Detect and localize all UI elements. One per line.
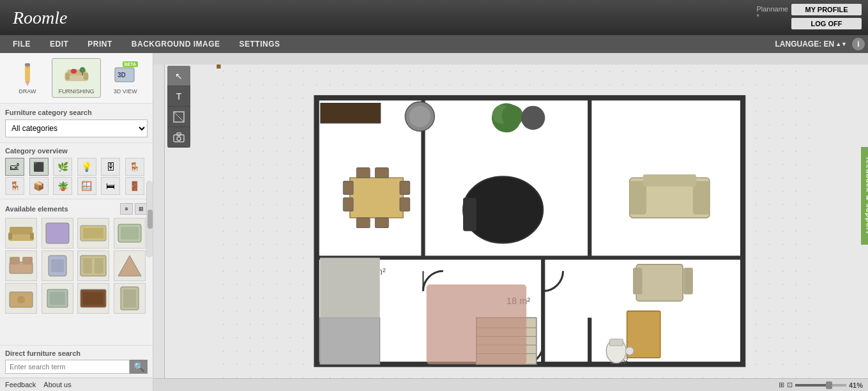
svg-rect-18 [46, 223, 69, 243]
menu-background-image[interactable]: BACKGROUND IMAGE [122, 35, 230, 53]
svg-point-44 [177, 137, 181, 141]
about-link[interactable]: About us [43, 381, 71, 388]
furniture-item[interactable] [5, 250, 37, 281]
cat-icon-2-4[interactable]: 🪟 [77, 177, 96, 195]
svg-rect-3 [26, 66, 29, 68]
svg-rect-93 [320, 318, 380, 364]
menu-edit[interactable]: EDIT [40, 35, 78, 53]
search-row: 🔍 [5, 360, 148, 374]
svg-point-91 [626, 347, 634, 355]
svg-rect-69 [217, 65, 220, 68]
svg-rect-80 [636, 264, 683, 301]
svg-rect-7 [83, 73, 88, 80]
svg-rect-25 [22, 257, 33, 264]
cat-icon-storage[interactable]: 🗄 [101, 158, 120, 176]
my-profile-button[interactable]: MY PROFILE [791, 4, 862, 15]
available-elements-section: Available elements ≡ ⊞ [0, 199, 153, 345]
svg-rect-10 [82, 73, 83, 75]
cat-icon-2-3[interactable]: 🪴 [53, 177, 72, 195]
category-select[interactable]: All categories Seating Tables Storage Be… [5, 119, 148, 137]
furniture-item[interactable] [77, 283, 109, 314]
cat-icon-tables[interactable]: ⬛ [29, 158, 49, 176]
svg-rect-37 [83, 292, 103, 305]
canvas-tools: ↖ T [167, 66, 190, 148]
cat-icon-2-2[interactable]: 📦 [29, 177, 49, 195]
left-panel: DRAW FURNI [0, 53, 153, 391]
svg-rect-30 [95, 258, 103, 273]
svg-rect-90 [610, 339, 623, 346]
menu-settings[interactable]: SETTINGS [230, 35, 290, 53]
tools-row: DRAW FURNI [0, 53, 153, 103]
furniture-item[interactable] [5, 283, 37, 314]
feedback-link[interactable]: Feedback [5, 381, 36, 388]
logo: Roomle [6, 8, 68, 28]
canvas-area[interactable]: // This runs inline, no ↖ T [153, 53, 868, 391]
svg-point-33 [17, 296, 25, 303]
zoom-slider[interactable] [795, 384, 846, 387]
canvas-tool-measure[interactable] [167, 107, 190, 127]
planname: Planname * [756, 5, 788, 20]
furniture-item[interactable] [114, 218, 146, 249]
canvas-tool-camera[interactable] [167, 127, 190, 148]
icon-grid: ⊞ [779, 381, 784, 389]
menu-file[interactable]: FILE [3, 35, 40, 53]
feedback-support-tab[interactable]: feedback & support [862, 147, 868, 245]
grid-view-button[interactable]: ⊞ [135, 203, 148, 215]
cat-icon-lamps[interactable]: 💡 [77, 158, 96, 176]
menubar: FILE EDIT PRINT BACKGROUND IMAGE SETTING… [0, 35, 868, 53]
tool-furnishing-label: FURNISHING [59, 88, 95, 95]
cat-icon-sofas[interactable]: 🛋 [5, 158, 24, 176]
svg-rect-77 [630, 181, 646, 215]
svg-rect-60 [400, 181, 410, 195]
tool-draw[interactable]: DRAW [3, 59, 52, 97]
furniture-item[interactable] [42, 250, 73, 281]
furniture-item[interactable] [5, 218, 37, 249]
svg-marker-1 [25, 81, 30, 86]
furniture-item[interactable] [42, 218, 73, 249]
overview-label: Category overview [5, 147, 148, 155]
category-overview-section: Category overview 🛋 ⬛ 🌿 💡 🗄 🪑 🪑 📦 🪴 🪟 🛏 … [0, 143, 153, 199]
furniture-item[interactable] [77, 218, 109, 249]
furniture-item[interactable] [77, 250, 109, 281]
menu-print[interactable]: PRINT [78, 35, 122, 53]
svg-rect-59 [343, 198, 353, 211]
search-input[interactable] [5, 360, 130, 374]
svg-marker-31 [118, 256, 141, 276]
zoom-value: 41% [849, 381, 863, 389]
svg-rect-65 [375, 218, 388, 228]
search-button[interactable]: 🔍 [130, 360, 148, 374]
svg-rect-81 [633, 268, 643, 295]
canvas-tool-select[interactable]: ↖ [167, 66, 190, 86]
icon-screen: ⊡ [787, 381, 793, 389]
ruler-top: // This runs inline, no [153, 53, 868, 65]
svg-rect-78 [693, 181, 710, 215]
ruler-left [153, 65, 165, 391]
floorplan-svg[interactable]: 25 m² 20 m² 26 m² 18 m² 3 m² [165, 65, 868, 391]
cat-icon-2-1[interactable]: 🪑 [5, 177, 24, 195]
search-section: Direct furniture search 🔍 [0, 345, 153, 378]
svg-rect-79 [643, 174, 696, 187]
category-icons-grid: 🛋 ⬛ 🌿 💡 🗄 🪑 🪑 📦 🪴 🪟 🛏 🚪 [5, 158, 148, 195]
zoom-area: ⊞ ⊡ 41% [779, 381, 863, 389]
svg-point-8 [70, 69, 76, 73]
svg-rect-94 [320, 257, 380, 318]
list-view-button[interactable]: ≡ [120, 203, 133, 215]
tool-furnishing[interactable]: FURNISHING [52, 58, 102, 98]
svg-rect-39 [123, 289, 136, 307]
furniture-item[interactable] [42, 283, 73, 314]
svg-point-9 [79, 67, 85, 73]
furniture-item[interactable] [114, 283, 146, 314]
cat-icon-2-5[interactable]: 🛏 [101, 177, 120, 195]
cat-icon-plants[interactable]: 🌿 [53, 158, 72, 176]
info-button[interactable]: i [852, 38, 865, 50]
language-selector[interactable]: LANGUAGE: EN ▲▼ [775, 40, 847, 49]
cat-icon-misc[interactable]: 🪑 [125, 158, 144, 176]
svg-rect-17 [30, 233, 34, 240]
log-off-button[interactable]: LOG OFF [791, 18, 862, 29]
svg-rect-61 [400, 198, 410, 211]
category-search-section: Furniture category search All categories… [0, 103, 153, 143]
cat-icon-2-6[interactable]: 🚪 [125, 177, 144, 195]
canvas-tool-text[interactable]: T [167, 86, 190, 107]
tool-3dview[interactable]: 3D BETA 3D VIEW [101, 59, 149, 97]
furniture-item[interactable] [114, 250, 146, 281]
